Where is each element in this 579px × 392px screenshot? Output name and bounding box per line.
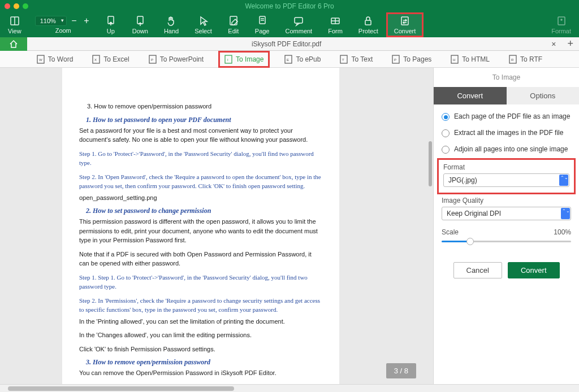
quality-select[interactable]: Keep Original DPI bbox=[442, 207, 571, 220]
svg-text:E: E bbox=[287, 58, 289, 62]
scale-section: Scale 100% bbox=[442, 228, 571, 246]
epub-icon: E bbox=[284, 55, 292, 64]
convert-to-epub[interactable]: ETo ePub bbox=[280, 53, 325, 66]
svg-text:P: P bbox=[151, 58, 153, 62]
slider-thumb-icon[interactable] bbox=[466, 238, 474, 245]
svg-text:P: P bbox=[394, 58, 396, 62]
format-select[interactable]: JPG(.jpg) bbox=[443, 173, 569, 187]
svg-text:T: T bbox=[342, 58, 344, 62]
excel-icon: X bbox=[92, 55, 100, 64]
convert-to-text[interactable]: TTo Text bbox=[335, 53, 377, 66]
horizontal-scrollbar[interactable] bbox=[0, 384, 579, 392]
sidebar-tabs: Convert Options bbox=[434, 87, 579, 104]
pdf-page: 3. How to remove open/permission passwor… bbox=[62, 68, 339, 384]
zoom-select[interactable]: 110% bbox=[35, 16, 67, 26]
toolbar-select[interactable]: Select bbox=[187, 12, 220, 37]
toolbar-page[interactable]: Page bbox=[247, 12, 278, 37]
convert-to-word[interactable]: WTo Word bbox=[32, 53, 77, 66]
select-icon bbox=[198, 15, 209, 27]
up-icon bbox=[105, 15, 116, 27]
radio-extract-images[interactable]: Extract all the images in the PDF file bbox=[442, 129, 571, 137]
svg-text:H: H bbox=[453, 58, 455, 62]
toolbar-zoom-group: 110% − + Zoom bbox=[29, 16, 97, 34]
home-button[interactable] bbox=[0, 37, 27, 51]
lock-icon bbox=[362, 15, 374, 27]
radio-icon bbox=[442, 113, 450, 121]
hand-icon bbox=[166, 15, 177, 27]
radio-each-page[interactable]: Each page of the PDF file as an image bbox=[442, 112, 571, 121]
toolbar-form[interactable]: Form bbox=[320, 12, 351, 37]
svg-rect-8 bbox=[295, 18, 303, 23]
convert-sidebar: To Image Convert Options Each page of th… bbox=[433, 68, 579, 384]
radio-adjoin-pages[interactable]: Adjoin all pages into one single image bbox=[442, 145, 571, 154]
text-icon: T bbox=[340, 55, 348, 64]
document-tabbar: iSkysoft PDF Editor.pdf × + bbox=[0, 37, 579, 51]
page-icon bbox=[257, 15, 268, 27]
scale-label: Scale bbox=[442, 228, 459, 236]
scale-slider[interactable] bbox=[442, 236, 571, 246]
form-icon bbox=[330, 15, 341, 27]
toolbar-hand[interactable]: Hand bbox=[156, 12, 187, 37]
convert-icon bbox=[399, 15, 411, 27]
quality-label: Image Quality bbox=[442, 197, 571, 204]
convert-to-excel[interactable]: XTo Excel bbox=[88, 53, 133, 66]
svg-text:W: W bbox=[39, 58, 42, 62]
toolbar-up[interactable]: Up bbox=[97, 12, 124, 37]
word-icon: W bbox=[37, 55, 45, 64]
radio-icon bbox=[442, 129, 450, 137]
svg-rect-14 bbox=[558, 17, 565, 25]
vertical-scrollbar-thumb[interactable] bbox=[429, 141, 432, 186]
toolbar-edit[interactable]: Edit bbox=[220, 12, 247, 37]
html-icon: H bbox=[451, 55, 459, 64]
titlebar: Welcome to PDF Editor 6 Pro bbox=[0, 0, 579, 12]
document-tab-title[interactable]: iSkysoft PDF Editor.pdf bbox=[27, 40, 546, 48]
home-icon bbox=[9, 40, 18, 49]
zoom-out-button[interactable]: − bbox=[69, 16, 79, 26]
edit-icon bbox=[228, 15, 239, 27]
workspace: 3. How to remove open/permission passwor… bbox=[0, 68, 579, 384]
zoom-in-button[interactable]: + bbox=[81, 16, 92, 26]
horizontal-scrollbar-thumb[interactable] bbox=[8, 386, 234, 391]
view-icon bbox=[9, 15, 20, 27]
toolbar-format: Format bbox=[543, 12, 579, 37]
svg-rect-12 bbox=[365, 20, 371, 25]
document-canvas[interactable]: 3. How to remove open/permission passwor… bbox=[0, 68, 433, 384]
tab-add-button[interactable]: + bbox=[561, 38, 579, 50]
toolbar-convert[interactable]: Convert bbox=[386, 12, 424, 37]
convert-to-image[interactable]: ITo Image bbox=[218, 51, 270, 68]
convert-to-pages[interactable]: PTo Pages bbox=[387, 53, 436, 66]
sidebar-tab-options[interactable]: Options bbox=[507, 87, 580, 104]
format-section: Format JPG(.jpg) bbox=[437, 158, 576, 194]
svg-text:X: X bbox=[94, 58, 97, 62]
cancel-button[interactable]: Cancel bbox=[453, 262, 502, 278]
main-toolbar: View 110% − + Zoom Up Down Hand Select E… bbox=[0, 12, 579, 37]
page-indicator: 3 / 8 bbox=[386, 363, 416, 378]
comment-icon bbox=[293, 15, 304, 27]
pages-icon: P bbox=[392, 55, 400, 64]
down-icon bbox=[135, 15, 146, 27]
app-title: Welcome to PDF Editor 6 Pro bbox=[0, 2, 579, 10]
sidebar-title: To Image bbox=[434, 68, 579, 87]
convert-format-bar: WTo Word XTo Excel PTo PowerPoint ITo Im… bbox=[0, 51, 579, 68]
image-icon: I bbox=[224, 55, 232, 64]
quality-section: Image Quality Keep Original DPI bbox=[442, 197, 571, 220]
convert-to-html[interactable]: HTo HTML bbox=[446, 53, 494, 66]
radio-icon bbox=[442, 146, 450, 154]
sidebar-tab-convert[interactable]: Convert bbox=[434, 87, 507, 104]
svg-text:I: I bbox=[227, 58, 228, 62]
rtf-icon: R bbox=[509, 55, 517, 64]
format-label: Format bbox=[443, 163, 569, 171]
toolbar-comment[interactable]: Comment bbox=[278, 12, 321, 37]
tab-close-button[interactable]: × bbox=[546, 40, 561, 49]
convert-to-rtf[interactable]: RTo RTF bbox=[504, 53, 547, 66]
scale-value: 100% bbox=[554, 228, 571, 236]
convert-button[interactable]: Convert bbox=[508, 262, 560, 278]
toolbar-down[interactable]: Down bbox=[124, 12, 156, 37]
convert-to-powerpoint[interactable]: PTo PowerPoint bbox=[144, 53, 208, 66]
format-icon bbox=[556, 15, 567, 27]
svg-rect-13 bbox=[401, 17, 408, 25]
toolbar-view[interactable]: View bbox=[0, 12, 29, 37]
toolbar-protect[interactable]: Protect bbox=[351, 12, 386, 37]
svg-rect-22 bbox=[225, 55, 232, 63]
powerpoint-icon: P bbox=[149, 55, 157, 64]
